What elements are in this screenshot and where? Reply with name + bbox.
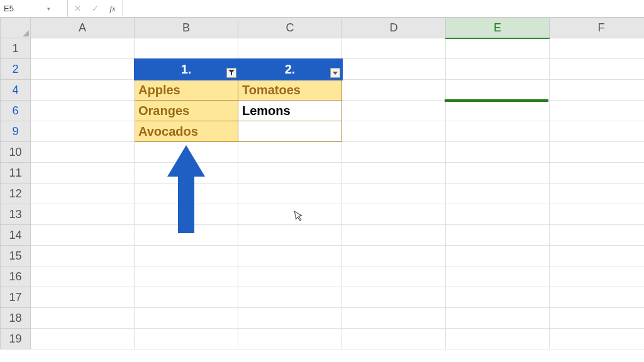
cell-B6[interactable]: Oranges [135, 101, 238, 121]
spreadsheet-grid[interactable]: A B C D E F G 121.2.4ApplesTomatoes6Oran… [0, 18, 644, 349]
cell-C10[interactable] [238, 142, 342, 163]
cell-E1[interactable] [446, 38, 550, 59]
cell-C9[interactable] [238, 121, 342, 142]
cell-F19[interactable] [550, 329, 645, 349]
cell-B9[interactable]: Avocados [135, 121, 238, 142]
cell-F14[interactable] [550, 225, 645, 246]
cell-C14[interactable] [238, 225, 342, 246]
filter-active-icon[interactable] [226, 68, 236, 78]
cell-D14[interactable] [342, 225, 446, 246]
row-head-10[interactable]: 10 [1, 142, 31, 163]
cell-B1[interactable] [135, 38, 238, 59]
cell-D2[interactable] [342, 59, 446, 80]
cell-B16[interactable] [135, 266, 238, 287]
cell-F2[interactable] [550, 59, 645, 80]
cell-B15[interactable] [135, 246, 238, 266]
cell-B4[interactable]: Apples [135, 80, 238, 101]
cell-D9[interactable] [342, 121, 446, 142]
cell-E6[interactable] [446, 101, 550, 121]
name-box-dropdown-icon[interactable]: ▾ [34, 5, 64, 13]
cell-B18[interactable] [135, 308, 238, 329]
cell-E19[interactable] [446, 329, 550, 349]
row-head-17[interactable]: 17 [1, 287, 31, 308]
row-head-13[interactable]: 13 [1, 204, 31, 225]
cell-E16[interactable] [446, 266, 550, 287]
cell-F6[interactable] [550, 101, 645, 121]
cell-F1[interactable] [550, 38, 645, 59]
cell-A1[interactable] [31, 38, 135, 59]
cell-A4[interactable] [31, 80, 135, 101]
cell-D17[interactable] [342, 287, 446, 308]
cell-A9[interactable] [31, 121, 135, 142]
cell-F13[interactable] [550, 204, 645, 225]
name-box[interactable]: E5 ▾ [0, 0, 68, 17]
cell-C4[interactable]: Tomatoes [238, 80, 342, 101]
cell-E14[interactable] [446, 225, 550, 246]
col-head-A[interactable]: A [31, 18, 135, 38]
cell-A17[interactable] [31, 287, 135, 308]
cell-D1[interactable] [342, 38, 446, 59]
row-head-12[interactable]: 12 [1, 184, 31, 204]
cell-D16[interactable] [342, 266, 446, 287]
cell-E4[interactable] [446, 80, 550, 101]
cell-C16[interactable] [238, 266, 342, 287]
cell-C13[interactable] [238, 204, 342, 225]
row-head-2[interactable]: 2 [1, 59, 31, 80]
cell-E9[interactable] [446, 121, 550, 142]
cell-A15[interactable] [31, 246, 135, 266]
cell-D4[interactable] [342, 80, 446, 101]
row-head-16[interactable]: 16 [1, 266, 31, 287]
cell-A16[interactable] [31, 266, 135, 287]
row-head-1[interactable]: 1 [1, 38, 31, 59]
cell-C19[interactable] [238, 329, 342, 349]
row-head-6[interactable]: 6 [1, 101, 31, 121]
cell-F16[interactable] [550, 266, 645, 287]
cell-C1[interactable] [238, 38, 342, 59]
cell-E15[interactable] [446, 246, 550, 266]
cell-A14[interactable] [31, 225, 135, 246]
col-head-D[interactable]: D [342, 18, 446, 38]
cell-F10[interactable] [550, 142, 645, 163]
cell-A19[interactable] [31, 329, 135, 349]
cell-B2[interactable]: 1. [135, 59, 238, 80]
cell-B17[interactable] [135, 287, 238, 308]
cell-A18[interactable] [31, 308, 135, 329]
cell-F17[interactable] [550, 287, 645, 308]
col-head-E[interactable]: E [446, 18, 550, 38]
cell-C17[interactable] [238, 287, 342, 308]
row-head-19[interactable]: 19 [1, 329, 31, 349]
row-head-4[interactable]: 4 [1, 80, 31, 101]
cell-D12[interactable] [342, 184, 446, 204]
cell-C6[interactable]: Lemons [238, 101, 342, 121]
cell-D15[interactable] [342, 246, 446, 266]
filter-dropdown-icon[interactable] [330, 68, 340, 78]
row-head-9[interactable]: 9 [1, 121, 31, 142]
cell-A2[interactable] [31, 59, 135, 80]
col-head-F[interactable]: F [550, 18, 645, 38]
cell-D19[interactable] [342, 329, 446, 349]
cell-F15[interactable] [550, 246, 645, 266]
cell-F11[interactable] [550, 163, 645, 184]
cell-E12[interactable] [446, 184, 550, 204]
cell-F4[interactable] [550, 80, 645, 101]
cell-A6[interactable] [31, 101, 135, 121]
col-head-C[interactable]: C [238, 18, 342, 38]
cell-D11[interactable] [342, 163, 446, 184]
cell-E11[interactable] [446, 163, 550, 184]
cell-D18[interactable] [342, 308, 446, 329]
cell-E10[interactable] [446, 142, 550, 163]
cell-C2[interactable]: 2. [238, 59, 342, 80]
formula-input[interactable] [122, 0, 644, 17]
row-head-15[interactable]: 15 [1, 246, 31, 266]
row-head-14[interactable]: 14 [1, 225, 31, 246]
row-head-11[interactable]: 11 [1, 163, 31, 184]
cell-E18[interactable] [446, 308, 550, 329]
cell-A13[interactable] [31, 204, 135, 225]
cell-D10[interactable] [342, 142, 446, 163]
cell-D13[interactable] [342, 204, 446, 225]
fx-icon[interactable]: fx [107, 3, 118, 14]
cell-B19[interactable] [135, 329, 238, 349]
cell-A11[interactable] [31, 163, 135, 184]
row-head-18[interactable]: 18 [1, 308, 31, 329]
cell-E2[interactable] [446, 59, 550, 80]
